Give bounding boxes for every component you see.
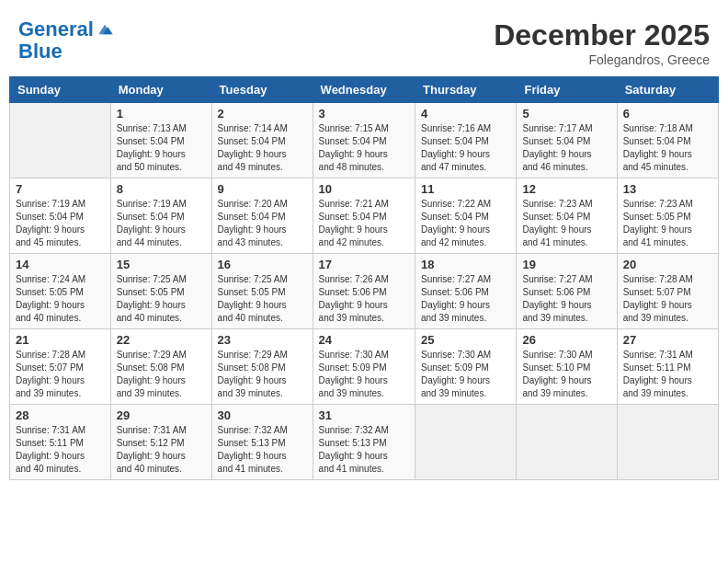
day-number: 21 [16, 333, 105, 347]
day-info: Sunrise: 7:20 AM Sunset: 5:04 PM Dayligh… [218, 198, 307, 249]
day-info: Sunrise: 7:32 AM Sunset: 5:13 PM Dayligh… [218, 424, 307, 476]
calendar-cell: 23Sunrise: 7:29 AM Sunset: 5:08 PM Dayli… [211, 329, 313, 405]
calendar-cell: 12Sunrise: 7:23 AM Sunset: 5:04 PM Dayli… [517, 178, 617, 254]
day-info: Sunrise: 7:22 AM Sunset: 5:04 PM Dayligh… [421, 198, 510, 249]
day-info: Sunrise: 7:26 AM Sunset: 5:06 PM Dayligh… [319, 273, 409, 325]
day-info: Sunrise: 7:27 AM Sunset: 5:06 PM Dayligh… [522, 273, 610, 325]
calendar-cell: 1Sunrise: 7:13 AM Sunset: 5:04 PM Daylig… [110, 103, 211, 178]
day-number: 8 [117, 182, 206, 196]
weekday-header-row: SundayMondayTuesdayWednesdayThursdayFrid… [10, 77, 719, 103]
day-info: Sunrise: 7:32 AM Sunset: 5:13 PM Dayligh… [319, 424, 409, 476]
calendar-cell: 5Sunrise: 7:17 AM Sunset: 5:04 PM Daylig… [517, 103, 617, 178]
day-number: 22 [117, 333, 206, 347]
day-info: Sunrise: 7:19 AM Sunset: 5:04 PM Dayligh… [117, 198, 206, 249]
day-number: 3 [319, 107, 409, 121]
logo-icon [96, 20, 114, 39]
day-info: Sunrise: 7:15 AM Sunset: 5:04 PM Dayligh… [319, 122, 409, 174]
day-number: 1 [117, 107, 206, 121]
day-number: 6 [623, 107, 712, 121]
day-info: Sunrise: 7:24 AM Sunset: 5:05 PM Dayligh… [16, 273, 105, 325]
calendar-cell: 19Sunrise: 7:27 AM Sunset: 5:06 PM Dayli… [517, 254, 617, 329]
day-number: 30 [218, 408, 307, 422]
day-number: 15 [117, 258, 206, 271]
day-info: Sunrise: 7:28 AM Sunset: 5:07 PM Dayligh… [623, 273, 712, 325]
calendar-cell [415, 405, 517, 480]
day-number: 25 [421, 333, 510, 347]
calendar-cell: 17Sunrise: 7:26 AM Sunset: 5:06 PM Dayli… [313, 254, 415, 329]
day-info: Sunrise: 7:31 AM Sunset: 5:11 PM Dayligh… [623, 349, 712, 400]
day-number: 27 [623, 333, 712, 347]
day-number: 2 [218, 107, 307, 121]
day-info: Sunrise: 7:30 AM Sunset: 5:10 PM Dayligh… [522, 349, 610, 400]
calendar-cell: 20Sunrise: 7:28 AM Sunset: 5:07 PM Dayli… [617, 254, 718, 329]
calendar-cell [10, 103, 111, 178]
day-info: Sunrise: 7:30 AM Sunset: 5:09 PM Dayligh… [319, 349, 409, 400]
title-block: December 2025 Folegandros, Greece [494, 18, 710, 67]
week-row-5: 28Sunrise: 7:31 AM Sunset: 5:11 PM Dayli… [10, 405, 719, 480]
calendar-cell: 11Sunrise: 7:22 AM Sunset: 5:04 PM Dayli… [415, 178, 517, 254]
calendar-cell: 26Sunrise: 7:30 AM Sunset: 5:10 PM Dayli… [517, 329, 617, 405]
calendar-cell: 13Sunrise: 7:23 AM Sunset: 5:05 PM Dayli… [617, 178, 718, 254]
calendar-cell: 22Sunrise: 7:29 AM Sunset: 5:08 PM Dayli… [110, 329, 211, 405]
day-number: 29 [117, 408, 206, 422]
location-subtitle: Folegandros, Greece [494, 52, 710, 67]
day-number: 17 [319, 258, 409, 271]
day-info: Sunrise: 7:27 AM Sunset: 5:06 PM Dayligh… [421, 273, 510, 325]
day-number: 4 [421, 107, 510, 121]
calendar-cell [517, 405, 617, 480]
calendar-cell: 21Sunrise: 7:28 AM Sunset: 5:07 PM Dayli… [10, 329, 111, 405]
calendar-cell: 4Sunrise: 7:16 AM Sunset: 5:04 PM Daylig… [415, 103, 517, 178]
weekday-header-wednesday: Wednesday [313, 77, 415, 103]
calendar-cell: 14Sunrise: 7:24 AM Sunset: 5:05 PM Dayli… [10, 254, 111, 329]
calendar-cell [617, 405, 718, 480]
logo: General Blue [18, 18, 114, 63]
week-row-2: 7Sunrise: 7:19 AM Sunset: 5:04 PM Daylig… [10, 178, 719, 254]
calendar-cell: 24Sunrise: 7:30 AM Sunset: 5:09 PM Dayli… [313, 329, 415, 405]
day-number: 28 [16, 408, 105, 422]
calendar-cell: 31Sunrise: 7:32 AM Sunset: 5:13 PM Dayli… [313, 405, 415, 480]
day-number: 5 [522, 107, 610, 121]
day-number: 23 [218, 333, 307, 347]
calendar-cell: 8Sunrise: 7:19 AM Sunset: 5:04 PM Daylig… [110, 178, 211, 254]
month-title: December 2025 [494, 18, 710, 52]
week-row-4: 21Sunrise: 7:28 AM Sunset: 5:07 PM Dayli… [10, 329, 719, 405]
calendar-cell: 7Sunrise: 7:19 AM Sunset: 5:04 PM Daylig… [10, 178, 111, 254]
day-info: Sunrise: 7:17 AM Sunset: 5:04 PM Dayligh… [522, 122, 610, 174]
day-info: Sunrise: 7:23 AM Sunset: 5:05 PM Dayligh… [623, 198, 712, 249]
calendar-cell: 25Sunrise: 7:30 AM Sunset: 5:09 PM Dayli… [415, 329, 517, 405]
calendar-cell: 16Sunrise: 7:25 AM Sunset: 5:05 PM Dayli… [211, 254, 313, 329]
day-info: Sunrise: 7:13 AM Sunset: 5:04 PM Dayligh… [117, 122, 206, 174]
day-number: 18 [421, 258, 510, 271]
day-info: Sunrise: 7:16 AM Sunset: 5:04 PM Dayligh… [421, 122, 510, 174]
day-info: Sunrise: 7:28 AM Sunset: 5:07 PM Dayligh… [16, 349, 105, 400]
day-number: 26 [522, 333, 610, 347]
day-number: 13 [623, 182, 712, 196]
calendar-cell: 9Sunrise: 7:20 AM Sunset: 5:04 PM Daylig… [211, 178, 313, 254]
day-number: 12 [522, 182, 610, 196]
day-number: 7 [16, 182, 105, 196]
logo-text: General [18, 18, 94, 40]
day-number: 11 [421, 182, 510, 196]
day-info: Sunrise: 7:19 AM Sunset: 5:04 PM Dayligh… [16, 198, 105, 249]
day-number: 9 [218, 182, 307, 196]
calendar-cell: 6Sunrise: 7:18 AM Sunset: 5:04 PM Daylig… [617, 103, 718, 178]
day-info: Sunrise: 7:14 AM Sunset: 5:04 PM Dayligh… [218, 122, 307, 174]
weekday-header-monday: Monday [110, 77, 211, 103]
day-number: 24 [319, 333, 409, 347]
day-number: 19 [522, 258, 610, 271]
weekday-header-tuesday: Tuesday [211, 77, 313, 103]
calendar-cell: 27Sunrise: 7:31 AM Sunset: 5:11 PM Dayli… [617, 329, 718, 405]
day-info: Sunrise: 7:23 AM Sunset: 5:04 PM Dayligh… [522, 198, 610, 249]
day-number: 14 [16, 258, 105, 271]
week-row-1: 1Sunrise: 7:13 AM Sunset: 5:04 PM Daylig… [10, 103, 719, 178]
day-info: Sunrise: 7:25 AM Sunset: 5:05 PM Dayligh… [117, 273, 206, 325]
logo-blue-text: Blue [18, 40, 114, 63]
day-info: Sunrise: 7:31 AM Sunset: 5:12 PM Dayligh… [117, 424, 206, 476]
day-info: Sunrise: 7:21 AM Sunset: 5:04 PM Dayligh… [319, 198, 409, 249]
day-info: Sunrise: 7:25 AM Sunset: 5:05 PM Dayligh… [218, 273, 307, 325]
day-number: 31 [319, 408, 409, 422]
day-info: Sunrise: 7:29 AM Sunset: 5:08 PM Dayligh… [218, 349, 307, 400]
calendar-cell: 30Sunrise: 7:32 AM Sunset: 5:13 PM Dayli… [211, 405, 313, 480]
day-number: 10 [319, 182, 409, 196]
day-number: 16 [218, 258, 307, 271]
